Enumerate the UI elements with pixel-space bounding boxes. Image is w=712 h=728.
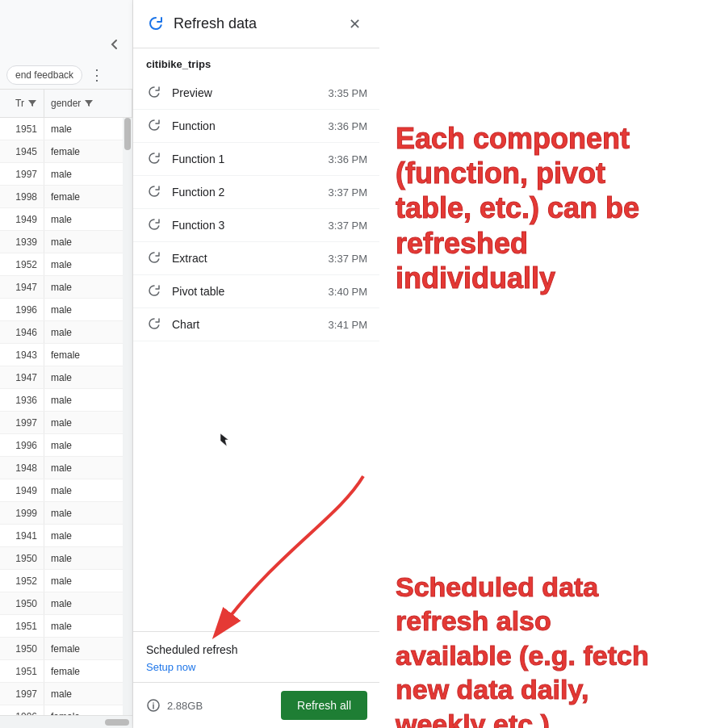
item-name: Function (172, 119, 329, 132)
year-cell: 1948 (0, 457, 44, 479)
gender-cell: male (44, 253, 132, 275)
item-time: 3:35 PM (329, 87, 367, 99)
more-options-icon[interactable]: ⋮ (89, 67, 105, 83)
item-time: 3:40 PM (329, 286, 367, 298)
item-name: Pivot table (172, 285, 329, 298)
year-cell: 1945 (0, 140, 44, 162)
item-name: Function 3 (172, 219, 329, 232)
gender-cell: male (44, 163, 132, 185)
table-row: 1952 male (0, 570, 132, 592)
year-cell: 1952 (0, 253, 44, 275)
gender-cell: male (44, 231, 132, 253)
refresh-item-icon (146, 283, 162, 299)
panel-title: Refresh data (174, 15, 341, 32)
col-gender-header: gender (44, 89, 132, 117)
panel-list-item[interactable]: Function 2 3:37 PM (133, 176, 380, 209)
gender-cell: male (44, 479, 132, 501)
year-cell: 1996 (0, 299, 44, 320)
table-row: 1945 female (0, 140, 132, 163)
close-button[interactable]: ✕ (341, 11, 367, 37)
gender-cell: female (44, 660, 132, 682)
year-cell: 1951 (0, 660, 44, 682)
h-scroll-thumb (105, 719, 129, 726)
panel-list-item[interactable]: Function 3 3:37 PM (133, 209, 380, 242)
gender-cell: male (44, 118, 132, 140)
year-cell: 1943 (0, 344, 44, 366)
info-icon (146, 698, 161, 713)
year-cell: 1950 (0, 592, 44, 614)
item-time: 3:36 PM (329, 153, 367, 165)
table-row: 1999 male (0, 502, 132, 525)
year-cell: 1997 (0, 163, 44, 185)
gender-cell: male (44, 615, 132, 637)
annotation-area: Each component(function, pivottable, etc… (379, 0, 712, 728)
gender-cell: female (44, 638, 132, 659)
storage-size: 2.88GB (167, 700, 274, 712)
table-row: 1997 male (0, 412, 132, 434)
gender-cell: male (44, 525, 132, 546)
table-row: 1946 male (0, 321, 132, 344)
footer-bottom: 2.88GB Refresh all (133, 682, 380, 728)
table-row: 1950 male (0, 592, 132, 615)
table-row: 1952 male (0, 253, 132, 276)
panel-list-item[interactable]: Chart 3:41 PM (133, 308, 380, 341)
table-row: 1947 male (0, 366, 132, 389)
panel-footer: Scheduled refresh Setup now 2.88GB Refre… (133, 631, 380, 728)
gender-cell: male (44, 366, 132, 388)
svg-point-1 (153, 702, 154, 704)
gender-cell: male (44, 502, 132, 524)
gender-cell: male (44, 389, 132, 411)
setup-now-link[interactable]: Setup now (146, 661, 195, 673)
table-row: 1996 male (0, 299, 132, 321)
year-cell: 1950 (0, 638, 44, 659)
panel-header: Refresh data ✕ (133, 0, 380, 48)
year-cell: 1950 (0, 547, 44, 569)
panel-list-item[interactable]: Function 3:36 PM (133, 110, 380, 143)
gender-cell: male (44, 208, 132, 230)
gender-cell: female (44, 140, 132, 162)
panel-list-item[interactable]: Pivot table 3:40 PM (133, 275, 380, 308)
table-row: 1949 male (0, 479, 132, 502)
year-cell: 1949 (0, 479, 44, 501)
panel-list-item[interactable]: Extract 3:37 PM (133, 242, 380, 275)
filter-icon-2[interactable] (84, 98, 94, 108)
horizontal-scrollbar[interactable] (0, 715, 132, 728)
panel-list-item[interactable]: Preview 3:35 PM (133, 77, 380, 110)
gender-cell: male (44, 412, 132, 433)
item-name: Function 1 (172, 153, 329, 165)
refresh-item-icon (146, 250, 162, 266)
gender-cell: female (44, 344, 132, 366)
table-row: 1950 male (0, 547, 132, 570)
collapse-button[interactable] (105, 35, 124, 54)
table-row: 1941 male (0, 525, 132, 547)
table-row: 1947 male (0, 276, 132, 299)
gender-cell: male (44, 299, 132, 320)
year-cell: 1947 (0, 366, 44, 388)
panel-list-item[interactable]: Function 1 3:36 PM (133, 143, 380, 176)
annotation-text-2: Scheduled datarefresh alsoavailable (e.g… (396, 570, 696, 728)
gender-cell: male (44, 683, 132, 705)
year-cell: 1946 (0, 321, 44, 343)
item-time: 3:37 PM (329, 186, 367, 199)
refresh-item-icon (146, 151, 162, 167)
refresh-item-icon (146, 217, 162, 233)
filter-icon[interactable] (27, 98, 37, 108)
refresh-all-button[interactable]: Refresh all (281, 691, 367, 720)
refresh-item-icon (146, 118, 162, 134)
gender-cell: male (44, 570, 132, 592)
table-row: 1998 female (0, 186, 132, 208)
item-time: 3:41 PM (329, 319, 367, 331)
refresh-item-icon (146, 316, 162, 333)
vertical-scrollbar[interactable] (123, 118, 132, 715)
gender-cell: male (44, 321, 132, 343)
table-row: 1939 male (0, 231, 132, 253)
annotation-text-1: Each component(function, pivottable, etc… (396, 121, 696, 295)
table-header: Tr gender (0, 89, 132, 118)
refresh-item-icon (146, 184, 162, 200)
table-row: 1950 female (0, 638, 132, 660)
feedback-button[interactable]: end feedback (6, 65, 82, 85)
gender-cell: male (44, 547, 132, 569)
year-cell: 1951 (0, 118, 44, 140)
item-name: Function 2 (172, 186, 329, 199)
scrollbar-thumb[interactable] (124, 118, 131, 150)
